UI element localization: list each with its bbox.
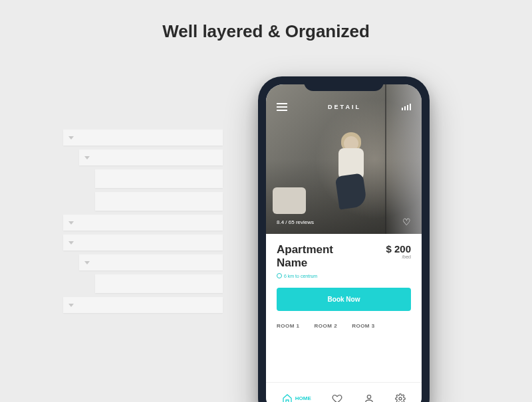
bottom-tabbar: HOME (266, 382, 422, 402)
layer-row[interactable] (63, 130, 223, 146)
room-tab[interactable]: ROOM 1 (277, 323, 300, 329)
menu-icon[interactable] (277, 103, 287, 111)
rating-reviews: 8.4 / 65 reviews (277, 219, 314, 225)
phone-screen: DETAIL 8.4 / 65 reviews ♡ Apartment Name… (266, 84, 422, 402)
heart-icon (332, 393, 342, 403)
phone-mockup: DETAIL 8.4 / 65 reviews ♡ Apartment Name… (258, 76, 430, 402)
tab-favorites[interactable] (332, 393, 342, 403)
layer-row[interactable] (79, 150, 223, 165)
layer-row[interactable] (95, 274, 223, 293)
home-icon (282, 393, 293, 403)
layer-row[interactable] (95, 169, 223, 188)
layer-row[interactable] (63, 215, 223, 231)
tab-home-label: HOME (295, 395, 311, 401)
layers-panel (63, 130, 223, 317)
room-tab[interactable]: ROOM 2 (315, 323, 338, 329)
listing-content: Apartment Name $ 200 /bed 6 km to centru… (266, 234, 422, 329)
price: $ 200 /bed (386, 243, 411, 259)
hero-image: DETAIL 8.4 / 65 reviews ♡ (266, 84, 422, 234)
screen-title: DETAIL (328, 104, 361, 110)
svg-point-0 (367, 395, 370, 398)
layer-row[interactable] (79, 254, 223, 270)
gear-icon (395, 393, 406, 403)
page-heading: Well layered & Organized (0, 0, 532, 42)
phone-notch (304, 76, 384, 91)
layer-row[interactable] (63, 235, 223, 251)
tab-home[interactable]: HOME (282, 393, 311, 403)
price-unit: /bed (386, 254, 411, 259)
tab-settings[interactable] (395, 393, 406, 403)
layer-row[interactable] (63, 297, 223, 313)
rooms-tabs: ROOM 1 ROOM 2 ROOM 3 (277, 323, 411, 329)
favorite-icon[interactable]: ♡ (402, 217, 411, 227)
svg-point-1 (399, 397, 402, 400)
room-tab[interactable]: ROOM 3 (352, 323, 375, 329)
distance-label: 6 km to centrum (277, 273, 411, 278)
apartment-name: Apartment Name (277, 243, 333, 269)
layer-row[interactable] (95, 192, 223, 211)
price-value: $ 200 (386, 243, 411, 254)
book-now-button[interactable]: Book Now (277, 288, 411, 311)
tab-profile[interactable] (364, 393, 374, 403)
signal-icon (402, 104, 411, 110)
user-icon (364, 393, 374, 403)
location-icon (277, 273, 282, 278)
